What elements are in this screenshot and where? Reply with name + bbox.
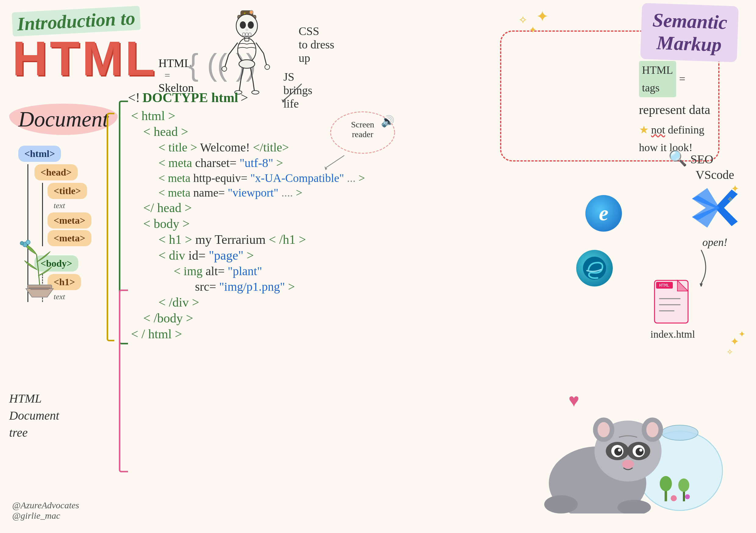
svg-line-16 [263, 53, 267, 66]
pink-bracket [119, 289, 128, 472]
code-src: src= "img/p1.png" > [128, 280, 402, 294]
code-meta-name: < meta name= "viewport" .... > [128, 186, 402, 199]
screen-reader-arrow [323, 152, 347, 172]
html-tag: <html> [18, 146, 61, 162]
sparkle-8: ✦ [738, 329, 745, 339]
svg-point-51 [660, 476, 672, 491]
svg-marker-39 [692, 188, 719, 227]
svg-line-22 [251, 68, 253, 81]
html-tags-description: HTMLtags = represent data ★ not defining… [639, 61, 710, 157]
code-div-close: < /div > [128, 295, 402, 309]
open-label: open! [692, 236, 738, 249]
semantic-markup-title: Semantic Markup [640, 3, 739, 63]
svg-point-70 [622, 460, 634, 468]
js-arrow [277, 81, 308, 106]
html-doc-tree-label: HTMLDocumenttree [9, 390, 59, 441]
sparkle-7: ✧ [726, 347, 733, 357]
doctype-line: <! DOCTYPE html > [128, 90, 402, 105]
svg-rect-8 [243, 33, 245, 36]
svg-point-19 [239, 60, 255, 68]
svg-rect-10 [249, 33, 251, 36]
sparkle-6: ✦ [730, 335, 739, 348]
code-body-close: < /body > [128, 311, 402, 326]
css-label: CSS to dress up [299, 24, 334, 65]
sparkle-4: ✦ [731, 183, 739, 195]
svg-rect-9 [246, 33, 248, 36]
sparkle-5: ✧ [727, 195, 733, 203]
code-div-page: < div id= "page" > [128, 248, 402, 263]
code-title-line: < title > Welcome! </title> [128, 140, 402, 154]
svg-point-3 [250, 10, 253, 14]
sparkle-1: ✦ [536, 8, 549, 25]
credit-line1: @AzureAdvocates [12, 500, 79, 511]
svg-point-67 [635, 448, 644, 456]
raccoon-terrarium-area [512, 398, 725, 515]
document-label-area: Document [9, 104, 118, 141]
code-meta-http-equiv: < meta http-equiv= "x-UA-Compatible" ...… [128, 171, 402, 185]
svg-point-12 [238, 38, 256, 63]
skeleton-character: # [213, 9, 280, 94]
sparkle-3: ✦ [529, 24, 537, 35]
index-html-label: index.html [651, 329, 695, 340]
code-section: <! DOCTYPE html > < html > < head > < ti… [128, 90, 402, 342]
document-label: Document [9, 104, 118, 135]
vscode-area: VScode open! [692, 168, 738, 249]
svg-point-6 [248, 21, 254, 29]
yellow-bracket [107, 113, 114, 341]
ie-browser-icon: e [585, 195, 622, 232]
svg-point-32 [26, 240, 30, 244]
vscode-label: VScode [692, 168, 738, 182]
svg-point-66 [614, 448, 622, 456]
index-html-area: HTML index.html [651, 274, 695, 340]
svg-point-33 [20, 241, 24, 245]
code-head-close: </ head > [128, 200, 402, 215]
svg-line-14 [225, 55, 229, 67]
sparkle-2: ✧ [518, 14, 527, 27]
code-meta-charset: < meta charset= "utf-8" > [128, 156, 402, 170]
svg-point-69 [639, 449, 642, 452]
svg-point-55 [685, 494, 690, 499]
seo-label: 🔍 SEO [668, 149, 713, 167]
svg-rect-11 [245, 37, 249, 41]
svg-point-68 [618, 449, 621, 452]
svg-point-54 [671, 495, 677, 501]
edge-browser-icon [576, 250, 613, 286]
head-tag: <head> [35, 164, 78, 180]
html-equals: = [165, 70, 170, 81]
plant-illustration [9, 238, 70, 300]
svg-point-49 [662, 425, 698, 440]
credit-line2: @girlie_mac [12, 511, 79, 521]
ie-icon-area: e [585, 195, 622, 232]
credits-area: @AzureAdvocates @girlie_mac [12, 500, 79, 521]
svg-point-5 [240, 21, 246, 29]
html-tags-label: HTMLtags [639, 61, 676, 97]
file-icon: HTML [652, 274, 694, 326]
main-container: Introduction to HTML Semantic Markup HTM… [0, 0, 756, 533]
code-body-open: < body > [128, 216, 402, 231]
equals-label: = [679, 70, 685, 88]
svg-point-18 [265, 65, 270, 69]
svg-point-71 [544, 495, 578, 514]
svg-point-53 [678, 478, 689, 492]
svg-text:HTML: HTML [659, 283, 669, 288]
title-html: HTML [12, 31, 157, 87]
svg-line-20 [241, 68, 243, 81]
tree-html-node: <html> [18, 146, 122, 162]
svg-point-17 [222, 67, 227, 71]
svg-line-13 [229, 43, 238, 55]
edge-icon-area [576, 250, 613, 286]
not-label: not [651, 124, 665, 136]
meta1-tag: <meta> [47, 212, 92, 228]
title-tag: <title> [47, 183, 87, 199]
svg-point-7 [245, 29, 248, 31]
represent-data-label: represent data [639, 100, 710, 120]
code-html-open: < html > [128, 109, 402, 123]
code-img-alt: < img alt= "plant" [128, 264, 402, 278]
html-label: HTML [158, 56, 191, 70]
svg-line-15 [256, 43, 263, 53]
code-h1: < h1 > my Terrarium < /h1 > [128, 232, 402, 247]
code-head-open: < head > [128, 124, 402, 139]
svg-point-61 [646, 422, 659, 437]
code-html-close: < / html > [128, 327, 402, 341]
svg-marker-40 [700, 283, 703, 286]
